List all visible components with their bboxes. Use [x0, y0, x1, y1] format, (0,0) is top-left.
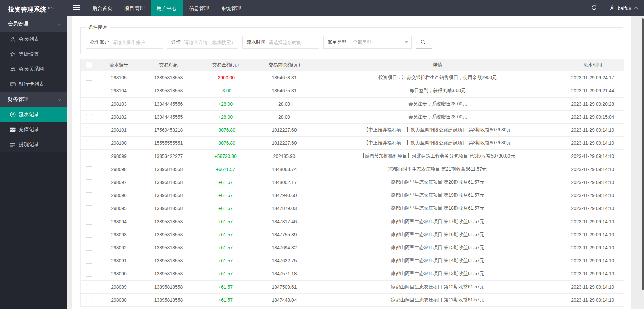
cell-balance: 202185.90 — [255, 150, 314, 163]
table-row: 298102 13344445555 +28.00 28.00 会员注册，系统赠… — [81, 111, 624, 124]
chevron-down-icon — [58, 21, 61, 25]
column-header: 交易对象 — [141, 59, 196, 71]
cell-time: 2023-11-29 09:14:10 — [562, 124, 624, 137]
search-field-input[interactable] — [112, 36, 163, 48]
chevron-down-icon — [58, 97, 61, 101]
search-button[interactable] — [416, 36, 432, 49]
user-menu[interactable]: baifu8 — [603, 0, 644, 16]
star-icon — [10, 51, 16, 57]
table-row: 298097 13895818558 +61.57 1848002.17 凉都山… — [81, 176, 624, 189]
cell-amount: +8076.80 — [196, 137, 255, 150]
page-scrollbar[interactable] — [642, 18, 644, 290]
refresh-icon — [591, 5, 597, 12]
cell-balance: 1847817.46 — [255, 215, 314, 228]
table-body: 298105 13895818558 -2900.00 1854678.31 投… — [81, 71, 624, 307]
search-field: 流水时间 — [242, 36, 319, 49]
search-field: 详情 — [167, 36, 238, 49]
row-checkbox[interactable] — [86, 219, 92, 225]
table-row: 298105 13895818558 -2900.00 1854678.31 投… — [81, 71, 624, 84]
row-checkbox[interactable] — [86, 140, 92, 146]
row-checkbox[interactable] — [86, 284, 92, 290]
bank-card-icon — [10, 81, 16, 87]
cell-amount: +3.00 — [196, 84, 255, 98]
cell-time: 2023-11-29 09:14:10 — [562, 241, 624, 254]
cell-record-id: 298100 — [97, 137, 141, 150]
sidebar-group[interactable]: 财务管理 — [0, 92, 67, 107]
hamburger-icon — [73, 0, 80, 16]
cell-time: 2023-11-29 09:14:10 — [562, 150, 624, 163]
sidebar-item[interactable]: 银行卡列表 — [0, 77, 67, 92]
cell-balance: 1847940.60 — [255, 189, 314, 202]
sidebar-item[interactable]: 会员关系网 — [0, 62, 67, 77]
cell-record-id: 298103 — [97, 98, 141, 111]
table-row: 298098 13895818558 +6611.57 1848063.74 凉… — [81, 163, 624, 176]
cell-account: 13344445556 — [141, 98, 196, 111]
cell-balance: 1847509.61 — [255, 281, 314, 294]
cell-detail: 凉都山阿里生态农庄项目 第12期收益61.57元 — [314, 281, 562, 294]
cell-account: 13344445555 — [141, 111, 196, 124]
cell-amount: +61.57 — [196, 215, 255, 228]
row-checkbox[interactable] — [86, 101, 92, 107]
topbar-tab[interactable]: 用户中心 — [151, 0, 183, 16]
row-checkbox[interactable] — [86, 114, 92, 120]
sidebar-group[interactable]: 会员管理 — [0, 16, 67, 32]
cell-balance: 1012227.60 — [255, 137, 314, 150]
cell-detail: 凉都山阿里生态农庄项目 第18期收益61.57元 — [314, 202, 562, 215]
cell-time: 2023-11-29 09:14:10 — [562, 163, 624, 176]
cell-detail: 会员注册，系统赠送28.00元 — [314, 111, 562, 124]
topbar-tab[interactable]: 后台首页 — [86, 0, 118, 16]
row-checkbox[interactable] — [86, 245, 92, 251]
sidebar-item[interactable]: PayPal 充值记录 — [0, 122, 67, 137]
search-field: 操作账户 — [86, 36, 163, 49]
row-checkbox[interactable] — [86, 153, 92, 159]
cell-account: 13895818558 — [141, 267, 196, 281]
cell-amount: +28.00 — [196, 98, 255, 111]
row-checkbox[interactable] — [86, 88, 92, 94]
sidebar-item[interactable]: ¥ 流水记录 — [0, 107, 67, 122]
sidebar-item[interactable]: 会员列表 — [0, 32, 67, 47]
cell-account: 13895818558 — [141, 189, 196, 202]
chevron-up-icon — [634, 7, 638, 11]
topbar-tab[interactable]: 信息管理 — [183, 0, 215, 16]
cell-amount: +58730.80 — [196, 150, 255, 163]
cell-record-id: 298105 — [97, 71, 141, 84]
cell-amount: +61.57 — [196, 254, 255, 267]
row-checkbox[interactable] — [86, 127, 92, 133]
row-checkbox[interactable] — [86, 297, 92, 303]
cell-record-id: 298099 — [97, 150, 141, 163]
row-checkbox[interactable] — [86, 205, 92, 211]
cell-account: 13895818558 — [141, 228, 196, 241]
sidebar-item-label: 充值记录 — [19, 126, 39, 133]
cell-amount: +61.57 — [196, 202, 255, 215]
sidebar-item[interactable]: 提现记录 — [0, 137, 67, 152]
cell-balance: 1847755.89 — [255, 228, 314, 241]
row-checkbox[interactable] — [86, 258, 92, 264]
cell-record-id: 298091 — [97, 254, 141, 267]
svg-text:¥: ¥ — [12, 113, 14, 116]
search-field-input[interactable] — [269, 36, 319, 48]
cell-detail: 凉都山阿里生态农庄项目 第21期收益6611.57元 — [314, 163, 562, 176]
cell-balance: 1847879.03 — [255, 202, 314, 215]
topbar-tab[interactable]: 项目管理 — [118, 0, 151, 16]
row-checkbox[interactable] — [86, 192, 92, 198]
row-checkbox[interactable] — [86, 75, 92, 81]
yen-circle-icon: ¥ — [10, 112, 16, 118]
topbar-right: baifu8 — [585, 0, 644, 16]
select-all-checkbox[interactable] — [86, 62, 92, 68]
cell-detail: 凉都山阿里生态农庄项目 第17期收益61.57元 — [314, 215, 562, 228]
row-checkbox[interactable] — [86, 166, 92, 172]
search-field-input[interactable] — [184, 36, 238, 48]
hamburger-menu-button[interactable] — [67, 0, 86, 16]
cell-time: 2023-11-29 09:14:10 — [562, 176, 624, 189]
cell-balance: 1848063.74 — [255, 163, 314, 176]
row-checkbox[interactable] — [86, 232, 92, 238]
row-checkbox[interactable] — [86, 179, 92, 185]
search-field-select[interactable]: 账单类型 - 全部类型 - — [323, 36, 412, 49]
user-icon — [10, 36, 16, 42]
sidebar-item[interactable]: 等级设置 — [0, 47, 67, 62]
search-field-label: 账单类型 — [324, 39, 350, 45]
refresh-button[interactable] — [585, 0, 603, 16]
cell-time: 2023-11-29 09:20:28 — [562, 98, 624, 111]
topbar-tab[interactable]: 系统管理 — [215, 0, 247, 16]
row-checkbox[interactable] — [86, 271, 92, 277]
